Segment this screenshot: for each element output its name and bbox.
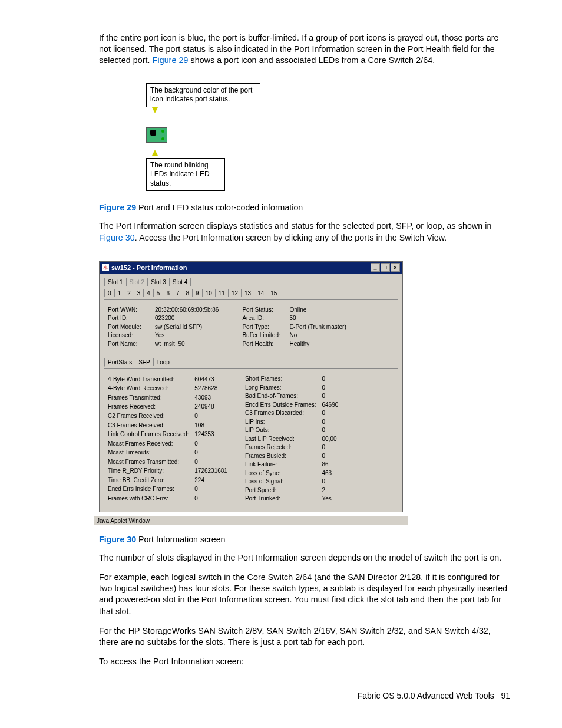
port-tab[interactable]: 14: [254, 289, 267, 297]
slot-tabs: Slot 1Slot 2Slot 3Slot 4: [104, 278, 398, 286]
port-tab[interactable]: 3: [134, 289, 144, 297]
stat-label: Short Frames:: [245, 375, 322, 384]
fig30-link[interactable]: Figure 30: [99, 233, 135, 242]
stat-value: 0: [194, 411, 233, 421]
minimize-button[interactable]: _: [371, 263, 380, 272]
close-button[interactable]: ×: [391, 263, 400, 272]
info-row: Port Health:Healthy: [242, 340, 346, 349]
stat-label: C3 Frames Received:: [108, 421, 194, 430]
port-tab[interactable]: 0: [104, 289, 115, 297]
info-row: Port ID:023200: [108, 314, 219, 323]
info-value: Healthy: [289, 340, 309, 349]
stat-value: 1726231681: [194, 467, 233, 476]
stat-value: 00,00: [322, 435, 345, 444]
port-tab[interactable]: 9: [192, 289, 203, 297]
stat-row: Time BB_Credit Zero:224: [108, 476, 233, 485]
stat-value: 0: [194, 439, 233, 449]
text: . Access the Port Information screen by …: [135, 233, 447, 242]
info-label: Port Status:: [242, 306, 285, 315]
info-label: Port Module:: [108, 323, 150, 332]
port-tab[interactable]: 11: [215, 289, 229, 297]
stat-value: 124353: [194, 430, 233, 440]
info-label: Port Name:: [108, 340, 150, 349]
slot-tab[interactable]: Slot 4: [169, 278, 191, 286]
stat-row: Frames Busied:0: [245, 452, 344, 461]
info-value: Online: [289, 306, 306, 315]
info-value: wt_msit_50: [155, 340, 185, 349]
maximize-button[interactable]: □: [381, 263, 390, 272]
port-tabs: 0123456789101112131415: [104, 289, 398, 298]
port-tab[interactable]: 4: [143, 289, 154, 297]
paragraph-example: For example, each logical switch in the …: [99, 572, 510, 617]
stat-row: C3 Frames Discarded:0: [245, 409, 344, 418]
port-tab[interactable]: 6: [163, 289, 173, 297]
info-label: Port ID:: [108, 314, 150, 323]
stat-label: Encd Errs Inside Frames:: [108, 485, 194, 495]
figure-29-diagram: The background color of the port icon in…: [146, 83, 282, 192]
paragraph-slots: The number of slots displayed in the Por…: [99, 552, 510, 564]
port-tab[interactable]: 2: [124, 289, 134, 298]
stat-value: 0: [322, 477, 345, 486]
stat-row: Link Control Frames Received:124353: [108, 430, 233, 440]
port-tab[interactable]: 10: [202, 289, 216, 297]
slot-tab[interactable]: Slot 3: [147, 278, 170, 286]
info-row: Licensed:Yes: [108, 331, 219, 340]
info-row: Area ID:50: [242, 314, 346, 323]
sub-tab[interactable]: PortStats: [104, 358, 135, 367]
stat-row: Encd Errs Inside Frames:0: [108, 485, 233, 495]
figure-text: Port Information screen: [136, 535, 225, 544]
figure-29-caption: Figure 29 Port and LED status color-code…: [99, 203, 510, 212]
stat-row: C2 Frames Received:0: [108, 411, 233, 421]
stat-value: 463: [322, 469, 345, 478]
info-label: Buffer Limited:: [242, 331, 285, 340]
stat-label: 4-Byte Word Transmitted:: [108, 375, 194, 384]
stat-label: 4-Byte Word Received:: [108, 384, 194, 394]
port-tab[interactable]: 13: [241, 289, 254, 297]
stat-row: Long Frames:0: [245, 384, 344, 393]
sub-tab[interactable]: Loop: [153, 358, 173, 366]
stat-value: 86: [322, 460, 345, 469]
stat-row: Last LIP Received:00,00: [245, 435, 344, 444]
info-label: Licensed:: [108, 331, 150, 340]
info-value: 023200: [155, 314, 174, 323]
stat-value: 0: [194, 494, 233, 503]
slot-tab[interactable]: Slot 1: [104, 278, 127, 286]
paragraph-access: To access the Port Information screen:: [99, 656, 510, 667]
titlebar: ♨ sw152 - Port Information _□×: [99, 261, 403, 274]
fig29-link[interactable]: Figure 29: [153, 55, 189, 65]
port-tab[interactable]: 8: [183, 289, 193, 297]
stat-value: 0: [322, 418, 345, 427]
stat-label: Encd Errs Outside Frames:: [245, 401, 322, 410]
stat-row: Link Failure:86: [245, 460, 344, 469]
window-title: sw152 - Port Information: [111, 264, 187, 271]
info-label: Port WWN:: [108, 306, 150, 315]
stat-row: Frames Transmitted:43093: [108, 393, 233, 403]
figure-label: Figure 30: [99, 535, 136, 544]
stat-row: Port Trunked:Yes: [245, 495, 344, 503]
stat-value: 240948: [194, 403, 233, 412]
stat-label: Frames Busied:: [245, 452, 322, 461]
info-label: Port Type:: [242, 323, 285, 332]
stat-label: LIP Outs:: [245, 426, 322, 435]
port-tab[interactable]: 12: [228, 289, 242, 297]
sub-tabs: PortStatsSFPLoop: [104, 358, 398, 367]
paragraph-hp-switches: For the HP StorageWorks SAN Switch 2/8V,…: [99, 625, 510, 648]
java-icon: ♨: [102, 264, 109, 271]
info-row: Port WWN:20:32:00:60:69:80:5b:86: [108, 306, 219, 315]
stat-value: 0: [322, 426, 345, 435]
stat-value: Yes: [322, 495, 345, 503]
port-tab[interactable]: 15: [267, 289, 280, 297]
stat-value: 604473: [194, 375, 233, 384]
stat-row: Frames Rejected:0: [245, 443, 344, 452]
port-tab[interactable]: 5: [153, 289, 164, 297]
stat-label: Time BB_Credit Zero:: [108, 476, 194, 485]
sub-tab[interactable]: SFP: [135, 358, 153, 366]
figure-30-caption: Figure 30 Port Information screen: [99, 535, 510, 544]
port-tab[interactable]: 7: [173, 289, 183, 297]
port-tab[interactable]: 1: [114, 289, 125, 297]
stat-value: 43093: [194, 393, 233, 403]
stat-row: Time R_RDY Priority:1726231681: [108, 467, 233, 476]
stat-row: C3 Frames Received:108: [108, 421, 233, 430]
stat-row: Mcast Frames Received:0: [108, 439, 233, 449]
stat-label: Frames Transmitted:: [108, 393, 194, 403]
